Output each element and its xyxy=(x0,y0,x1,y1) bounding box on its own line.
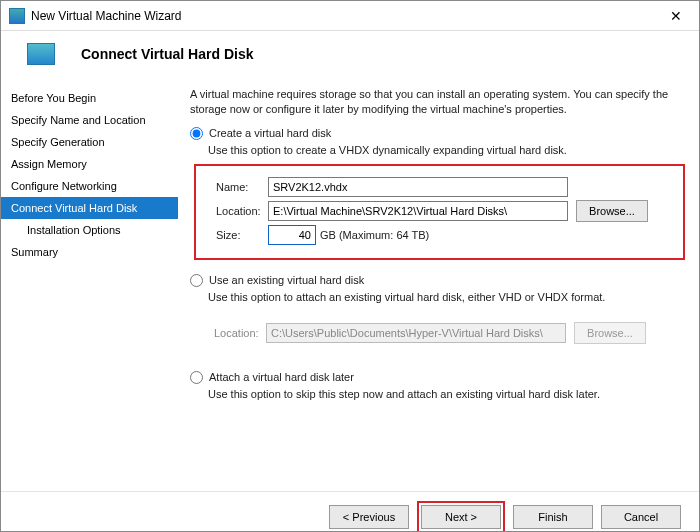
existing-location-label: Location: xyxy=(202,327,266,339)
window-title: New Virtual Machine Wizard xyxy=(31,9,661,23)
intro-text: A virtual machine requires storage so th… xyxy=(190,87,685,117)
radio-existing-vhd[interactable] xyxy=(190,274,203,287)
radio-create-label: Create a virtual hard disk xyxy=(209,127,331,139)
option-create-vhd: Create a virtual hard disk Use this opti… xyxy=(190,127,685,260)
name-input[interactable] xyxy=(268,177,568,197)
existing-location-input xyxy=(266,323,566,343)
step-assign-memory[interactable]: Assign Memory xyxy=(1,153,178,175)
previous-button[interactable]: < Previous xyxy=(329,505,409,529)
radio-attach-later[interactable] xyxy=(190,371,203,384)
radio-create-vhd[interactable] xyxy=(190,127,203,140)
step-configure-networking[interactable]: Configure Networking xyxy=(1,175,178,197)
later-desc: Use this option to skip this step now an… xyxy=(208,388,685,400)
name-label: Name: xyxy=(204,181,268,193)
wizard-header-icon xyxy=(27,43,55,65)
size-input[interactable] xyxy=(268,225,316,245)
existing-desc: Use this option to attach an existing vi… xyxy=(208,291,685,303)
step-summary[interactable]: Summary xyxy=(1,241,178,263)
existing-fields-group: Location: Browse... xyxy=(194,311,685,357)
finish-button[interactable]: Finish xyxy=(513,505,593,529)
wizard-content: A virtual machine requires storage so th… xyxy=(178,83,699,491)
step-specify-generation[interactable]: Specify Generation xyxy=(1,131,178,153)
wizard-footer: < Previous Next > Finish Cancel xyxy=(1,491,699,532)
location-label: Location: xyxy=(204,205,268,217)
existing-browse-button: Browse... xyxy=(574,322,646,344)
create-desc: Use this option to create a VHDX dynamic… xyxy=(208,144,685,156)
step-installation-options[interactable]: Installation Options xyxy=(1,219,178,241)
radio-existing-label: Use an existing virtual hard disk xyxy=(209,274,364,286)
wizard-header: Connect Virtual Hard Disk xyxy=(1,31,699,83)
title-bar: New Virtual Machine Wizard ✕ xyxy=(1,1,699,31)
page-title: Connect Virtual Hard Disk xyxy=(81,46,253,62)
size-suffix: GB (Maximum: 64 TB) xyxy=(320,229,429,241)
create-fields-group: Name: Location: Browse... Size: GB (Maxi… xyxy=(194,164,685,260)
step-before-you-begin[interactable]: Before You Begin xyxy=(1,87,178,109)
next-button[interactable]: Next > xyxy=(421,505,501,529)
wizard-steps-sidebar: Before You Begin Specify Name and Locati… xyxy=(1,83,178,491)
app-icon xyxy=(9,8,25,24)
option-attach-later: Attach a virtual hard disk later Use thi… xyxy=(190,371,685,400)
option-existing-vhd: Use an existing virtual hard disk Use th… xyxy=(190,274,685,357)
browse-button[interactable]: Browse... xyxy=(576,200,648,222)
size-label: Size: xyxy=(204,229,268,241)
next-button-highlight: Next > xyxy=(417,501,505,533)
step-specify-name[interactable]: Specify Name and Location xyxy=(1,109,178,131)
step-connect-vhd[interactable]: Connect Virtual Hard Disk xyxy=(1,197,178,219)
close-icon[interactable]: ✕ xyxy=(661,8,691,24)
radio-later-label: Attach a virtual hard disk later xyxy=(209,371,354,383)
location-input[interactable] xyxy=(268,201,568,221)
cancel-button[interactable]: Cancel xyxy=(601,505,681,529)
